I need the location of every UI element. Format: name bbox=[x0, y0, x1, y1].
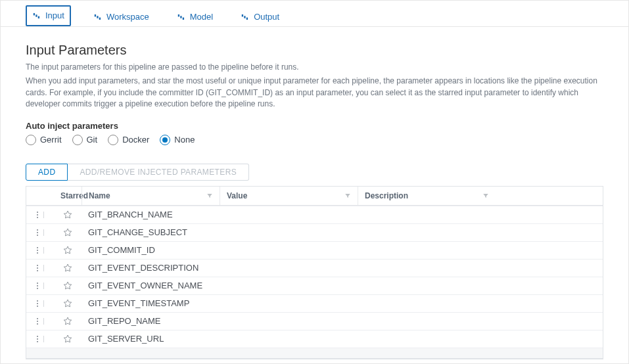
row-description[interactable] bbox=[358, 283, 496, 289]
svg-rect-5 bbox=[99, 17, 101, 19]
row-value[interactable] bbox=[220, 300, 358, 307]
row-actions[interactable] bbox=[26, 297, 54, 310]
row-star[interactable] bbox=[54, 277, 82, 294]
more-icon bbox=[37, 212, 44, 218]
row-star[interactable] bbox=[54, 295, 82, 312]
row-description[interactable] bbox=[358, 229, 496, 236]
row-name: GIT_SERVER_URL bbox=[82, 330, 220, 347]
row-value[interactable] bbox=[220, 318, 358, 325]
table-row: GIT_BRANCH_NAME bbox=[26, 206, 603, 223]
row-name: GIT_CHANGE_SUBJECT bbox=[82, 224, 220, 240]
row-value[interactable] bbox=[220, 229, 358, 236]
auto-inject-radio-group: GerritGitDockerNone bbox=[26, 135, 603, 145]
table-row: GIT_EVENT_TIMESTAMP bbox=[26, 294, 603, 312]
row-actions[interactable] bbox=[26, 279, 54, 292]
radio-docker[interactable]: Docker bbox=[108, 135, 149, 145]
tab-workspace[interactable]: Workspace bbox=[88, 8, 154, 26]
row-value[interactable] bbox=[220, 265, 358, 271]
tab-icon bbox=[93, 12, 103, 22]
button-row: ADD ADD/REMOVE INJECTED PARAMETERS bbox=[26, 164, 603, 181]
row-description[interactable] bbox=[358, 318, 496, 325]
row-description[interactable] bbox=[358, 300, 496, 307]
radio-label: Docker bbox=[122, 135, 149, 145]
tab-icon bbox=[177, 12, 186, 22]
tab-label: Model bbox=[190, 12, 213, 22]
radio-gerrit[interactable]: Gerrit bbox=[26, 135, 62, 145]
row-value[interactable] bbox=[220, 247, 358, 254]
more-icon bbox=[37, 300, 44, 307]
tabs-bar: InputWorkspaceModelOutput bbox=[1, 1, 628, 27]
row-value[interactable] bbox=[220, 283, 358, 289]
row-actions[interactable] bbox=[26, 244, 54, 257]
svg-rect-11 bbox=[246, 17, 248, 19]
row-actions[interactable] bbox=[26, 315, 54, 328]
row-description[interactable] bbox=[358, 212, 496, 218]
star-icon bbox=[62, 334, 73, 344]
radio-label: Git bbox=[87, 135, 98, 145]
more-icon bbox=[37, 265, 44, 271]
add-button[interactable]: ADD bbox=[26, 164, 68, 181]
row-name: GIT_EVENT_DESCRIPTION bbox=[82, 260, 220, 276]
filter-icon[interactable] bbox=[482, 193, 489, 199]
tab-output[interactable]: Output bbox=[235, 8, 285, 26]
tab-icon bbox=[241, 12, 250, 22]
row-name: GIT_BRANCH_NAME bbox=[82, 206, 220, 223]
star-icon bbox=[62, 227, 73, 238]
row-star[interactable] bbox=[54, 260, 82, 277]
svg-rect-3 bbox=[95, 14, 96, 16]
row-star[interactable] bbox=[54, 330, 82, 348]
row-star[interactable] bbox=[54, 313, 82, 330]
col-description[interactable]: Description bbox=[358, 187, 496, 205]
table-body: GIT_BRANCH_NAMEGIT_CHANGE_SUBJECTGIT_COM… bbox=[26, 206, 603, 348]
col-value[interactable]: Value bbox=[220, 187, 358, 205]
row-description[interactable] bbox=[358, 247, 496, 254]
col-starred[interactable]: Starred bbox=[54, 187, 82, 205]
col-name[interactable]: Name bbox=[82, 187, 220, 205]
radio-icon bbox=[108, 135, 118, 145]
parameters-table: Starred Name Value Description GIT_BRANC… bbox=[26, 186, 603, 359]
row-name: GIT_REPO_NAME bbox=[82, 313, 220, 329]
svg-rect-8 bbox=[182, 17, 183, 19]
table-row: GIT_SERVER_URL bbox=[26, 330, 603, 348]
row-star[interactable] bbox=[54, 224, 82, 241]
star-icon bbox=[62, 245, 73, 256]
row-star[interactable] bbox=[54, 206, 82, 223]
radio-none[interactable]: None bbox=[160, 135, 195, 145]
row-actions[interactable] bbox=[26, 262, 54, 275]
more-icon bbox=[37, 318, 44, 325]
row-value[interactable] bbox=[220, 212, 358, 218]
radio-git[interactable]: Git bbox=[72, 135, 98, 145]
row-star[interactable] bbox=[54, 242, 82, 259]
svg-rect-2 bbox=[38, 16, 39, 18]
svg-rect-9 bbox=[242, 14, 243, 16]
tab-label: Output bbox=[254, 12, 279, 22]
svg-rect-6 bbox=[177, 14, 179, 16]
svg-rect-1 bbox=[35, 14, 37, 17]
add-remove-injected-button: ADD/REMOVE INJECTED PARAMETERS bbox=[68, 164, 249, 181]
table-header: Starred Name Value Description bbox=[26, 187, 603, 206]
row-actions[interactable] bbox=[26, 332, 54, 346]
star-icon bbox=[62, 298, 73, 309]
subtitle-line-2: When you add input parameters, and star … bbox=[26, 76, 603, 110]
more-icon bbox=[37, 283, 44, 289]
col-actions bbox=[26, 191, 54, 200]
row-description[interactable] bbox=[358, 265, 496, 271]
tab-label: Workspace bbox=[106, 12, 149, 22]
row-value[interactable] bbox=[220, 336, 358, 342]
table-footer: 8 items bbox=[26, 359, 603, 364]
star-icon bbox=[62, 263, 73, 273]
filter-icon[interactable] bbox=[206, 193, 213, 199]
row-actions[interactable] bbox=[26, 226, 54, 239]
table-row: GIT_REPO_NAME bbox=[26, 312, 603, 330]
row-description[interactable] bbox=[358, 336, 496, 342]
more-icon bbox=[37, 229, 44, 236]
table-row: GIT_COMMIT_ID bbox=[26, 241, 603, 259]
tab-model[interactable]: Model bbox=[172, 8, 218, 26]
auto-inject-label: Auto inject parameters bbox=[26, 121, 603, 131]
tab-input[interactable]: Input bbox=[26, 5, 71, 26]
svg-rect-10 bbox=[244, 16, 245, 18]
row-actions[interactable] bbox=[26, 208, 54, 221]
filter-icon[interactable] bbox=[344, 193, 351, 199]
tab-icon bbox=[32, 11, 41, 20]
svg-rect-7 bbox=[180, 16, 181, 18]
